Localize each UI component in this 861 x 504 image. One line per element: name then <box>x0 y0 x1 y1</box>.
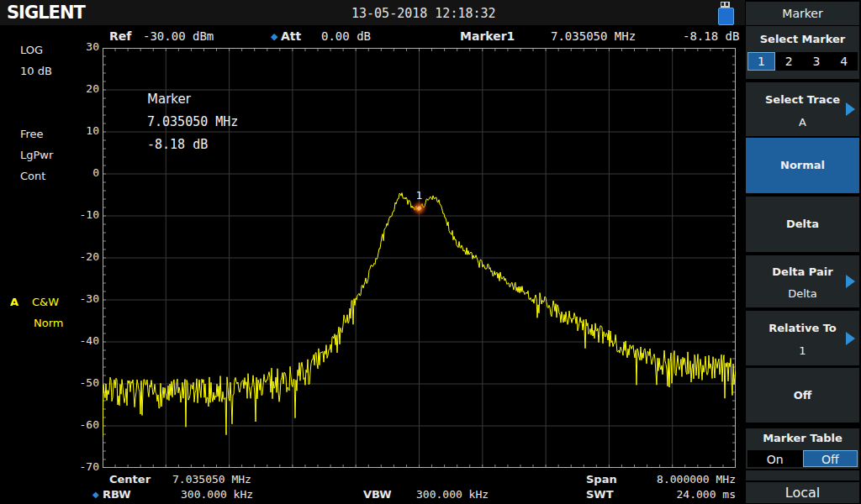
y-axis-label: -70 <box>74 460 99 473</box>
marker1-label: Marker1 <box>460 29 515 43</box>
y-axis-label: 0 <box>74 166 99 179</box>
svg-text:1: 1 <box>416 189 423 202</box>
trace-mode1-label: C&W <box>32 296 59 308</box>
y-axis-label: -50 <box>74 376 99 389</box>
y-axis-label: 30 <box>74 40 99 53</box>
swt-value: 24.000 ms <box>677 488 736 501</box>
rbw-value: 300.000 kHz <box>181 488 253 501</box>
marker-option-2[interactable]: 2 <box>775 52 803 71</box>
marker-annotation: Marker 7.035050 MHz -8.18 dB <box>147 88 238 156</box>
y-axis-labels: 3020100-10-20-30-40-50-60-70 <box>72 0 99 504</box>
marker-table-off-option[interactable]: Off <box>803 450 858 467</box>
vbw-value: 300.000 kHz <box>416 488 489 501</box>
select-marker-button[interactable]: Select Marker 1 2 3 4 <box>746 26 859 79</box>
softkey-menu: Marker Select Marker 1 2 3 4 Select Trac… <box>745 0 861 504</box>
span-value: 8.000000 MHz <box>657 473 736 486</box>
y-axis-label: -40 <box>74 334 99 347</box>
att-diamond-icon: ◆ <box>271 31 277 42</box>
marker-annotation-freq: 7.035050 MHz <box>147 111 238 134</box>
sweep-label: Cont <box>20 170 45 182</box>
select-trace-button[interactable]: Select Trace A <box>746 82 859 136</box>
submenu-arrow-icon <box>846 275 855 288</box>
detector-label: LgPwr <box>20 149 53 161</box>
swt-label: SWT <box>586 488 614 501</box>
marker1-amp: -8.18 dB <box>683 29 739 43</box>
scale-type-label: LOG <box>20 44 43 56</box>
select-marker-segments: 1 2 3 4 <box>747 52 858 71</box>
marker-option-4[interactable]: 4 <box>830 52 858 71</box>
y-axis-label: -60 <box>74 418 99 431</box>
marker1-freq: 7.035050 MHz <box>551 29 636 43</box>
trace-mode2-label: Norm <box>34 317 63 329</box>
datetime-display: 13-05-2018 12:18:32 <box>351 6 496 21</box>
marker-table-on-option[interactable]: On <box>747 450 803 467</box>
marker-option-3[interactable]: 3 <box>803 52 831 71</box>
ref-label: Ref <box>109 29 131 43</box>
ref-value: -30.00 dBm <box>143 29 214 43</box>
local-button[interactable]: Local <box>746 482 859 503</box>
y-axis-label: 10 <box>74 124 99 137</box>
trigger-label: Free <box>20 128 44 140</box>
marker-table-button[interactable]: Marker Table On Off <box>746 428 859 469</box>
relative-to-button[interactable]: Relative To 1 <box>746 311 859 365</box>
submenu-arrow-icon <box>846 332 855 345</box>
y-axis-label: -30 <box>74 292 99 305</box>
menu-spacer <box>746 470 859 480</box>
rbw-diamond-icon: ◆ <box>92 490 99 499</box>
span-label: Span <box>586 473 617 486</box>
marker-annotation-title: Marker <box>147 88 238 111</box>
off-button[interactable]: Off <box>746 368 859 423</box>
y-axis-label: -10 <box>74 208 99 221</box>
center-value: 7.035050 MHz <box>172 473 251 486</box>
y-axis-label: 20 <box>74 82 99 95</box>
delta-pair-button[interactable]: Delta Pair Delta <box>746 255 859 307</box>
marker-option-1[interactable]: 1 <box>747 52 775 71</box>
center-label: Center <box>109 473 151 486</box>
normal-button[interactable]: Normal <box>746 138 859 193</box>
y-axis-label: -20 <box>74 250 99 263</box>
trace-letter-label: A <box>10 296 18 308</box>
delta-button[interactable]: Delta <box>746 197 859 252</box>
att-label: Att <box>281 29 301 43</box>
usb-device-icon <box>716 2 735 24</box>
menu-title: Marker <box>746 2 859 25</box>
scale-div-label: 10 dB <box>20 65 52 77</box>
vbw-label: VBW <box>363 488 392 501</box>
marker-annotation-amp: -8.18 dB <box>147 134 238 156</box>
att-value: 0.00 dB <box>321 29 371 43</box>
submenu-arrow-icon <box>846 102 855 116</box>
rbw-label: RBW <box>103 488 131 501</box>
